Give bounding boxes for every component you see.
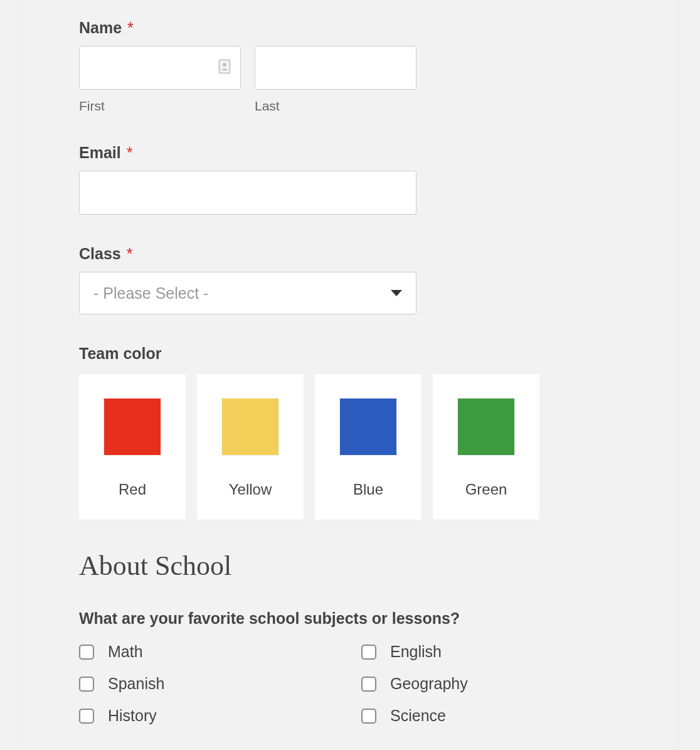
first-name-input-wrap — [79, 46, 241, 90]
first-name-input[interactable] — [79, 46, 241, 90]
subjects-field-group: What are your favorite school subjects o… — [79, 609, 621, 725]
checkbox-item-spanish: Spanish — [79, 675, 361, 693]
first-name-sublabel: First — [79, 99, 241, 114]
subject-checkbox[interactable] — [361, 677, 376, 692]
color-option-blue[interactable]: Blue — [315, 374, 422, 520]
checkbox-item-english: English — [361, 643, 621, 661]
last-name-input[interactable] — [255, 46, 416, 90]
name-row: First Last — [79, 46, 621, 114]
color-option-green[interactable]: Green — [433, 374, 539, 520]
checkbox-item-history: History — [79, 707, 361, 725]
email-input[interactable] — [79, 171, 416, 215]
subject-label[interactable]: Science — [390, 707, 446, 725]
color-swatch — [339, 398, 397, 456]
class-field-group: Class * - Please Select - — [79, 245, 621, 314]
subject-checkbox[interactable] — [79, 677, 94, 692]
color-option-label: Red — [119, 481, 146, 498]
contact-fill-icon — [218, 59, 231, 77]
subjects-grid: Math English Spanish Geography History S… — [79, 643, 621, 725]
team-color-field-group: Team color Red Yellow Blue Green — [79, 345, 621, 520]
subject-label[interactable]: History — [108, 707, 157, 725]
chevron-down-icon — [391, 290, 402, 296]
team-color-options: Red Yellow Blue Green — [79, 374, 621, 520]
subject-checkbox[interactable] — [79, 645, 94, 660]
subject-checkbox[interactable] — [361, 709, 376, 724]
subject-label[interactable]: Spanish — [108, 675, 164, 693]
svg-rect-0 — [220, 60, 230, 73]
class-select-placeholder: - Please Select - — [93, 284, 208, 303]
color-option-red[interactable]: Red — [79, 374, 186, 520]
subjects-question: What are your favorite school subjects o… — [79, 609, 621, 628]
color-swatch — [221, 398, 279, 456]
svg-point-1 — [223, 63, 226, 67]
required-asterisk: * — [127, 144, 133, 161]
checkbox-item-math: Math — [79, 643, 361, 661]
class-select[interactable]: - Please Select - — [79, 272, 416, 314]
email-label-text: Email — [79, 144, 121, 161]
required-asterisk: * — [127, 245, 133, 262]
class-label: Class * — [79, 245, 621, 263]
email-label: Email * — [79, 144, 621, 162]
email-field-group: Email * — [79, 144, 621, 215]
checkbox-item-science: Science — [361, 707, 621, 725]
color-option-label: Blue — [353, 481, 383, 498]
subject-label[interactable]: Math — [108, 643, 143, 661]
subject-label[interactable]: English — [390, 643, 442, 661]
class-label-text: Class — [79, 245, 121, 262]
subject-checkbox[interactable] — [79, 709, 94, 724]
team-color-label: Team color — [79, 345, 621, 363]
color-swatch — [457, 398, 515, 456]
subject-checkbox[interactable] — [361, 645, 376, 660]
name-label: Name * — [79, 19, 621, 37]
form-container: Name * First Las — [22, 0, 678, 750]
color-option-yellow[interactable]: Yellow — [197, 374, 304, 520]
first-name-col: First — [79, 46, 241, 114]
section-heading: About School — [79, 550, 621, 582]
color-swatch — [103, 398, 161, 456]
checkbox-item-geography: Geography — [361, 675, 621, 693]
last-name-col: Last — [255, 46, 416, 114]
subject-label[interactable]: Geography — [390, 675, 468, 693]
last-name-sublabel: Last — [255, 99, 416, 114]
color-option-label: Green — [465, 481, 507, 498]
class-select-wrap: - Please Select - — [79, 272, 416, 314]
name-label-text: Name — [79, 19, 122, 36]
color-option-label: Yellow — [229, 481, 272, 498]
required-asterisk: * — [127, 19, 134, 36]
name-field-group: Name * First Las — [79, 19, 621, 114]
